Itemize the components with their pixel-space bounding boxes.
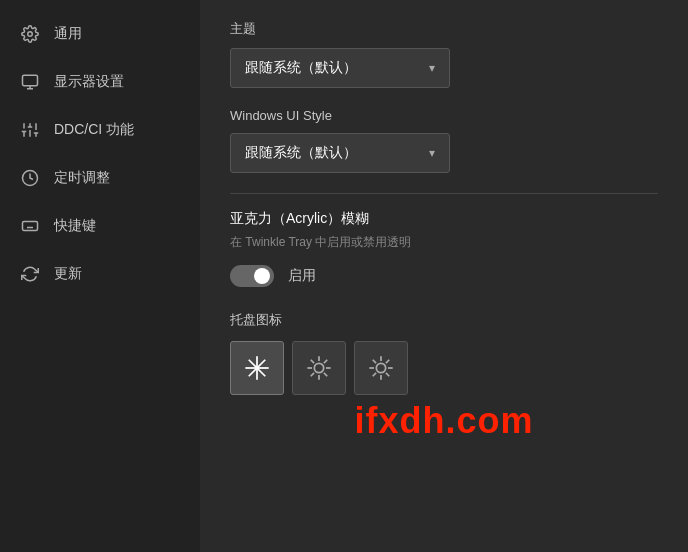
acrylic-toggle-row: 启用 xyxy=(230,265,658,287)
windows-ui-label: Windows UI Style xyxy=(230,108,658,123)
sliders-icon xyxy=(20,120,40,140)
windows-ui-dropdown[interactable]: 跟随系统（默认） ▾ xyxy=(230,133,450,173)
acrylic-desc: 在 Twinkle Tray 中启用或禁用透明 xyxy=(230,234,658,251)
sidebar: 通用 显示器设置 DDC/CI xyxy=(0,0,200,552)
monitor-icon xyxy=(20,72,40,92)
chevron-down-icon: ▾ xyxy=(429,61,435,75)
svg-line-38 xyxy=(373,360,376,363)
tray-icon-btn-1[interactable] xyxy=(230,341,284,395)
sidebar-label-general: 通用 xyxy=(54,25,82,43)
main-content: 主题 跟随系统（默认） ▾ Windows UI Style 跟随系统（默认） … xyxy=(200,0,688,552)
windows-ui-dropdown-value: 跟随系统（默认） xyxy=(245,144,357,162)
sidebar-label-update: 更新 xyxy=(54,265,82,283)
svg-rect-14 xyxy=(23,222,38,231)
sidebar-item-display[interactable]: 显示器设置 xyxy=(0,58,200,106)
svg-line-40 xyxy=(373,373,376,376)
tray-icon-btn-2[interactable] xyxy=(292,341,346,395)
sidebar-item-shortcuts[interactable]: 快捷键 xyxy=(0,202,200,250)
gear-icon xyxy=(20,24,40,44)
sidebar-item-general[interactable]: 通用 xyxy=(0,10,200,58)
svg-line-29 xyxy=(311,360,314,363)
tray-icons-label: 托盘图标 xyxy=(230,311,658,329)
svg-line-31 xyxy=(311,373,314,376)
sidebar-label-shortcuts: 快捷键 xyxy=(54,217,96,235)
svg-point-0 xyxy=(28,32,33,37)
keyboard-icon xyxy=(20,216,40,236)
tray-icons-row xyxy=(230,341,658,395)
toggle-label: 启用 xyxy=(288,267,316,285)
clock-icon xyxy=(20,168,40,188)
svg-line-39 xyxy=(386,373,389,376)
svg-line-32 xyxy=(324,360,327,363)
divider-1 xyxy=(230,193,658,194)
sidebar-item-ddc[interactable]: DDC/CI 功能 xyxy=(0,106,200,154)
chevron-down-icon-2: ▾ xyxy=(429,146,435,160)
svg-rect-1 xyxy=(23,75,38,86)
sidebar-label-timer: 定时调整 xyxy=(54,169,110,187)
sidebar-item-update[interactable]: 更新 xyxy=(0,250,200,298)
acrylic-toggle[interactable] xyxy=(230,265,274,287)
refresh-icon xyxy=(20,264,40,284)
toggle-track xyxy=(230,265,274,287)
svg-point-33 xyxy=(376,363,385,372)
svg-line-41 xyxy=(386,360,389,363)
toggle-thumb xyxy=(254,268,270,284)
svg-line-30 xyxy=(324,373,327,376)
watermark: ifxdh.com xyxy=(354,400,533,442)
theme-dropdown[interactable]: 跟随系统（默认） ▾ xyxy=(230,48,450,88)
svg-point-24 xyxy=(314,363,323,372)
sidebar-item-timer[interactable]: 定时调整 xyxy=(0,154,200,202)
acrylic-title: 亚克力（Acrylic）模糊 xyxy=(230,210,658,228)
theme-label: 主题 xyxy=(230,20,658,38)
sidebar-label-display: 显示器设置 xyxy=(54,73,124,91)
theme-dropdown-value: 跟随系统（默认） xyxy=(245,59,357,77)
tray-icon-btn-3[interactable] xyxy=(354,341,408,395)
sidebar-label-ddc: DDC/CI 功能 xyxy=(54,121,134,139)
